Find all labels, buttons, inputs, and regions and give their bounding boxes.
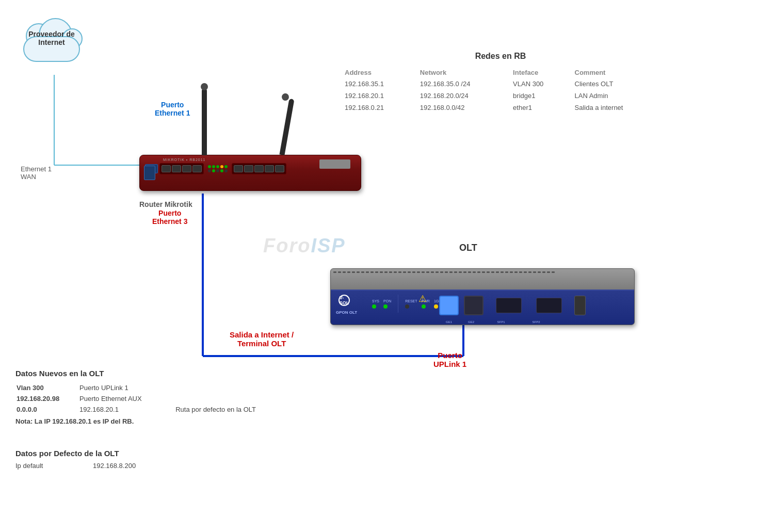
datos-defecto-title: Datos por Defecto de la OLT (15, 449, 248, 458)
table-row: 192.168.35.1 192.168.35.0 /24 VLAN 300 C… (341, 78, 660, 90)
olt-leds: SYS PON RESET PWR 1GbE (372, 295, 443, 313)
olt-device: V-SOL GPON OLT SYS PON RESET (330, 268, 635, 335)
info-row: Vlan 300 Puerto UPLink 1 (17, 383, 298, 393)
vsol-logo: V-SOL (338, 295, 350, 307)
router-label: Router Mikrotik (139, 200, 192, 208)
antenna-left (202, 88, 207, 155)
network-table: Redes en RB Address Network Inteface Com… (341, 52, 660, 114)
table-row: 192.168.20.1 192.168.20.0/24 bridge1 LAN… (341, 90, 660, 102)
ip-default-value: 192.168.8.200 (93, 462, 136, 470)
olt-front-panel: V-SOL GPON OLT SYS PON RESET (331, 289, 634, 325)
olt-port-small (574, 296, 586, 315)
ip-default-label: Ip default (15, 462, 77, 470)
watermark: ForoISP (263, 235, 346, 257)
col-network: Network (416, 67, 509, 78)
gpon-model: GPON OLT (336, 310, 357, 315)
antenna-tip-right (281, 93, 289, 101)
default-ip-row: Ip default 192.168.8.200 (15, 462, 248, 470)
olt-sfp-1 (496, 298, 522, 313)
olt-port-2 (464, 296, 483, 315)
vent-holes (333, 271, 632, 282)
olt-sfp-2 (536, 298, 562, 313)
datos-nuevos-section: Datos Nuevos en la OLT Vlan 300 Puerto U… (15, 369, 299, 425)
puerto-eth3-label: Puerto Ethernet 3 (152, 209, 187, 225)
router-device: MIKROTIK • RB2011 (139, 155, 361, 196)
eth1-wan-label: Ethernet 1 WAN (21, 165, 52, 181)
olt-ports (439, 296, 586, 315)
olt-port-1 (439, 296, 459, 315)
olt-port-labels: GE1 GE2 SFP1 SFP2 (439, 320, 549, 324)
port-leds (208, 165, 228, 172)
display-area (319, 159, 350, 169)
table-row: 192.168.0.21 192.168.0.0/42 ether1 Salid… (341, 102, 660, 114)
router-front-text: MIKROTIK • RB2011 (163, 158, 205, 162)
puerto-eth1-label: Puerto Ethernet 1 (155, 101, 190, 117)
olt-title: OLT (459, 243, 477, 253)
datos-defecto-section: Datos por Defecto de la OLT Ip default 1… (15, 449, 248, 470)
salida-internet-label: Salida a Internet / Terminal OLT (230, 330, 294, 348)
datos-nuevos-title: Datos Nuevos en la OLT (15, 369, 299, 378)
cloud-label: Proveedor de Internet (15, 30, 88, 46)
info-row: 0.0.0.0 192.168.20.1 Ruta por defecto en… (17, 405, 298, 414)
antenna-tip-left (201, 83, 208, 90)
network-table-title: Redes en RB (341, 52, 660, 61)
router-ports (145, 163, 286, 174)
port-group-2 (232, 163, 286, 174)
puerto-uplink-label: Puerto UPLink 1 (433, 351, 466, 368)
port-group-1 (159, 163, 204, 174)
col-comment: Comment (571, 67, 661, 78)
warning-icon: ⚠ (418, 293, 427, 304)
nota-text: Nota: La IP 192.168.20.1 es IP del RB. (15, 417, 299, 425)
col-interface: Inteface (509, 67, 570, 78)
info-row: 192.168.20.98 Puerto Ethernet AUX (17, 394, 298, 404)
antenna-right (280, 99, 295, 155)
datos-nuevos-table: Vlan 300 Puerto UPLink 1 192.168.20.98 P… (15, 382, 299, 415)
col-address: Address (341, 67, 416, 78)
network-data-table: Address Network Inteface Comment 192.168… (341, 67, 660, 114)
sfp-left-port (144, 166, 155, 180)
cloud-shape: Proveedor de Internet (15, 21, 93, 72)
